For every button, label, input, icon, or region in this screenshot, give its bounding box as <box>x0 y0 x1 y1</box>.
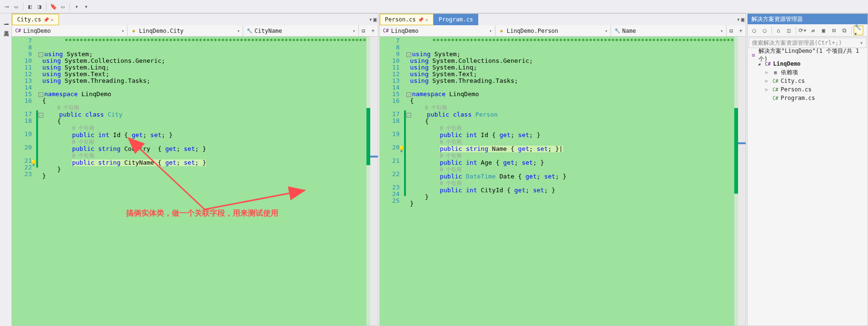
pin-icon[interactable]: 📌 <box>418 17 424 22</box>
csharp-file-icon: C# <box>772 95 779 101</box>
csharp-project-icon: C# <box>765 60 771 67</box>
solution-icon: ⧈ <box>750 52 757 59</box>
file-program-cs[interactable]: C# Program.cs <box>750 94 865 102</box>
wrench-icon[interactable]: 🔧▾ <box>854 26 863 35</box>
solution-search-input[interactable]: 搜索解决方案资源管理器(Ctrl+;) ▾ <box>749 38 867 48</box>
code-area-person[interactable]: 78910111213141516 1718 19 20 21 22 23242… <box>380 37 746 326</box>
code-text[interactable]: ****************************************… <box>406 37 734 326</box>
search-dropdown-icon[interactable]: ▾ <box>860 40 863 46</box>
solution-toolbar: ◯ ◯ ⌂ ◫ ⟳▾ ⇄ ▣ ⊟ ⧉ 🔧▾ <box>748 24 868 37</box>
code-area-city[interactable]: 78910111213141516 1718 19 20 212223 ****… <box>12 37 378 326</box>
maximize-icon[interactable]: ▣ <box>374 16 377 23</box>
tab-overflow-icon[interactable]: ▾ <box>737 16 740 23</box>
home-icon[interactable]: ⌂ <box>774 26 783 35</box>
left-sidebar: 服务器资源管理器 工具箱 <box>1 17 10 30</box>
tab-label: Person.cs <box>385 16 416 23</box>
file-city-cs[interactable]: ▷ C# City.cs <box>750 77 865 85</box>
close-icon[interactable]: ✕ <box>51 17 54 22</box>
split-icon[interactable]: ⊟ <box>359 28 368 34</box>
expand-icon[interactable]: ▷ <box>766 70 770 75</box>
toolbar-icon[interactable]: ⟶ <box>3 3 10 10</box>
expand-icon[interactable]: ▷ <box>766 87 770 92</box>
tab-program-cs[interactable]: Program.cs <box>434 14 478 25</box>
wrench-icon: 🔧 <box>246 28 253 34</box>
close-icon[interactable]: ✕ <box>425 17 428 22</box>
editor-pane-city: City.cs 📌 ✕ ▾ ▣ C# LinqDemo▾ ◆ LinqDemo.… <box>11 13 378 326</box>
sync-icon[interactable]: ⇄ <box>809 26 818 35</box>
class-combo[interactable]: ◆ LinqDemo.Person▾ <box>495 25 611 36</box>
solution-root[interactable]: ⧈ 解决方案"LinqDemo"(1 个项目/共 1 个) <box>750 51 865 59</box>
toolbar-icon[interactable]: ◧ <box>26 3 34 10</box>
member-combo[interactable]: 🔧 CityName▾ <box>243 25 359 36</box>
csharp-file-icon: C# <box>772 78 779 84</box>
toolbar-icon[interactable]: ▭ <box>59 3 67 10</box>
solution-explorer-title: 解决方案资源管理器 <box>748 14 868 24</box>
file-person-cs[interactable]: ▷ C# Person.cs <box>750 85 865 94</box>
class-combo[interactable]: ◆ LinqDemo.City▾ <box>128 25 243 36</box>
tab-city-cs[interactable]: City.cs 📌 ✕ <box>12 14 59 25</box>
copy-icon[interactable]: ⧉ <box>840 26 849 35</box>
editor-pane-person: Person.cs 📌 ✕ Program.cs ▾ ▣ C# LinqDemo… <box>379 13 746 326</box>
top-toolbar: ⟶ ▭ ◧ ◨ 🔖 ▭ ▾ ▾ <box>0 0 868 13</box>
plus-icon[interactable]: + <box>368 28 378 34</box>
split-icon[interactable]: ⊟ <box>727 28 736 34</box>
member-combo[interactable]: 🔧 Name▾ <box>611 25 727 36</box>
solution-tree: ⧈ 解决方案"LinqDemo"(1 个项目/共 1 个) ◢ C# LinqD… <box>748 49 868 104</box>
refresh-icon[interactable]: ⟳▾ <box>798 26 808 35</box>
plus-icon[interactable]: + <box>736 28 746 34</box>
expand-icon[interactable]: ◢ <box>758 61 763 66</box>
dependencies-icon: ⊞ <box>772 69 779 76</box>
lightbulb-icon[interactable]: 💡 <box>30 159 37 166</box>
csharp-icon: C# <box>383 28 389 34</box>
toolbar-icon[interactable]: ◨ <box>36 3 43 10</box>
expand-icon[interactable]: ▷ <box>766 79 770 83</box>
dependencies-node[interactable]: ▷ ⊞ 依赖项 <box>750 68 865 77</box>
csharp-icon: C# <box>15 28 21 34</box>
line-gutter: 78910111213141516 1718 19 20 212223 <box>12 37 36 326</box>
minimap[interactable] <box>366 37 370 326</box>
show-all-icon[interactable]: ▣ <box>819 26 829 35</box>
server-explorer-tab[interactable]: 服务器资源管理器 <box>1 17 11 22</box>
class-icon: ◆ <box>498 28 505 34</box>
solution-explorer: 解决方案资源管理器 ◯ ◯ ⌂ ◫ ⟳▾ ⇄ ▣ ⊟ ⧉ 🔧▾ 搜索解决方案资源… <box>747 13 868 326</box>
code-text[interactable]: ****************************************… <box>39 37 366 326</box>
vertical-scrollbar[interactable] <box>738 37 746 326</box>
dropdown-icon[interactable]: ▾ <box>82 3 90 10</box>
csharp-file-icon: C# <box>772 86 779 93</box>
wrench-icon: 🔧 <box>614 28 621 34</box>
minimap[interactable] <box>734 37 738 326</box>
line-gutter: 78910111213141516 1718 19 20 21 22 23242… <box>380 37 404 326</box>
toolbox-tab[interactable]: 工具箱 <box>1 25 11 30</box>
class-icon: ◆ <box>130 28 137 34</box>
pin-icon[interactable]: 📌 <box>43 17 49 22</box>
vertical-scrollbar[interactable] <box>370 37 378 326</box>
tab-person-cs[interactable]: Person.cs 📌 ✕ <box>380 14 434 25</box>
back-icon[interactable]: ◯ <box>750 26 759 35</box>
solution-icon[interactable]: ◫ <box>784 26 794 35</box>
tab-label: Program.cs <box>439 16 473 23</box>
dropdown-icon[interactable]: ▾ <box>73 3 80 10</box>
toolbar-icon[interactable]: ▭ <box>12 3 20 10</box>
forward-icon[interactable]: ◯ <box>760 26 769 35</box>
lightbulb-icon[interactable]: 💡 <box>398 146 404 152</box>
tab-overflow-icon[interactable]: ▾ <box>369 16 372 23</box>
project-combo[interactable]: C# LinqDemo▾ <box>12 25 128 36</box>
maximize-icon[interactable]: ▣ <box>741 16 744 23</box>
bookmark-icon[interactable]: 🔖 <box>49 3 57 10</box>
tab-label: City.cs <box>17 16 41 23</box>
project-combo[interactable]: C# LinqDemo▾ <box>380 25 495 36</box>
collapse-icon[interactable]: ⊟ <box>829 26 839 35</box>
